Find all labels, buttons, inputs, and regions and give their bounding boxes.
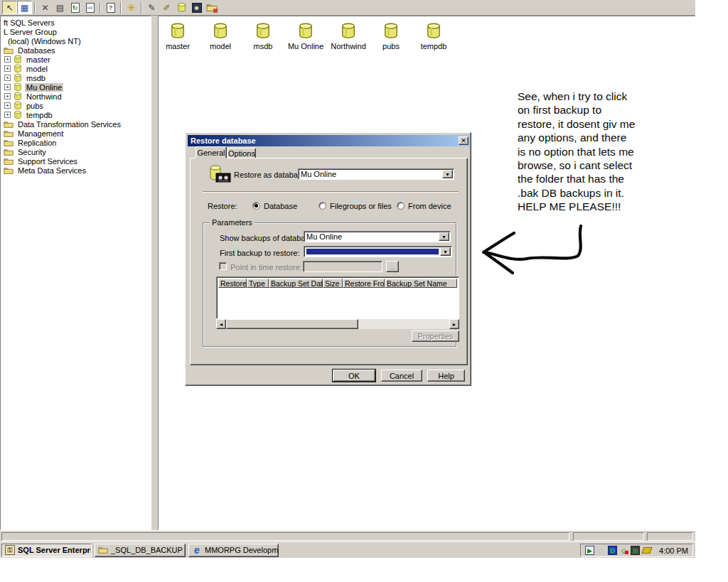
tray-icon-swirl[interactable]: ◌ xyxy=(596,546,606,555)
tree-item-master[interactable]: +master xyxy=(1,55,151,64)
cancel-button[interactable]: Cancel xyxy=(381,370,422,382)
help-button[interactable]: Help xyxy=(427,370,465,382)
database-icon xyxy=(14,110,22,119)
display-tray-icon[interactable]: ))) xyxy=(631,546,640,555)
chevron-down-icon[interactable]: ▼ xyxy=(439,232,449,241)
column-header-restore-from[interactable]: Restore From xyxy=(343,279,385,288)
column-header-type[interactable]: Type xyxy=(247,279,269,288)
browse-button[interactable]: ... xyxy=(386,261,399,272)
messenger-tray-icon[interactable]: ☺ xyxy=(619,546,628,555)
properties-button[interactable]: Properties xyxy=(412,330,459,342)
tray-icon-gold[interactable] xyxy=(642,546,651,555)
expander-icon[interactable]: + xyxy=(4,56,11,63)
tree-item-msdb[interactable]: +msdb xyxy=(1,73,151,82)
up-one-level-icon[interactable]: ↖ xyxy=(2,1,17,14)
export-list-icon[interactable]: ⇨ xyxy=(82,1,97,14)
tree-item-security[interactable]: Security xyxy=(1,147,151,156)
taskbar-button-sql-db-backup-folder[interactable]: _SQL_DB_BACKUP xyxy=(95,544,186,557)
taskbar-button-mmorpg-forum[interactable]: e MMORPG Development F... xyxy=(188,544,279,557)
column-header-restore[interactable]: Restore xyxy=(218,279,247,288)
database-item-mu-online[interactable]: Mu Online xyxy=(287,22,325,50)
database-item-model[interactable]: model xyxy=(201,22,240,50)
point-in-time-field[interactable] xyxy=(303,261,382,272)
show-backups-combobox[interactable]: Mu Online ▼ xyxy=(304,231,451,242)
tree-item-pubs[interactable]: +pubs xyxy=(1,101,151,110)
tab-options[interactable]: Options xyxy=(228,148,256,158)
expander-icon[interactable]: + xyxy=(4,112,11,118)
sql-server-icon: ⚿ xyxy=(5,545,15,555)
selected-empty-value xyxy=(306,248,439,255)
column-header-size[interactable]: Size xyxy=(323,279,343,288)
taskbar-button-enterprise-manager[interactable]: ⚿ SQL Server Enterprise... xyxy=(1,544,92,557)
scroll-left-icon[interactable]: ◄ xyxy=(216,319,226,329)
tree-item-mu-online[interactable]: +Mu Online xyxy=(1,82,151,92)
dialog-titlebar[interactable]: Restore database ✕ xyxy=(188,135,470,146)
tray-icon-d[interactable]: D xyxy=(608,546,617,555)
expander-icon[interactable]: + xyxy=(4,84,11,90)
expander-icon[interactable]: + xyxy=(4,75,11,81)
radio-database[interactable] xyxy=(252,202,260,210)
column-header-backup-set-name[interactable]: Backup Set Name xyxy=(385,279,457,288)
database-icon xyxy=(14,55,22,64)
refresh-icon[interactable]: ↻ xyxy=(68,1,82,14)
tree-item-server-group[interactable]: L Server Group xyxy=(1,27,151,36)
database-icon[interactable] xyxy=(174,1,189,14)
tree-item-local-server[interactable]: (local) (Windows NT) xyxy=(1,36,151,45)
expander-icon[interactable]: + xyxy=(4,93,11,99)
folder-icon xyxy=(4,166,14,175)
scroll-right-icon[interactable]: ► xyxy=(449,319,459,329)
expander-icon[interactable]: + xyxy=(4,65,11,72)
tree-item-dts[interactable]: Data Transformation Services xyxy=(1,119,151,129)
database-item-tempdb[interactable]: tempdb xyxy=(414,22,453,50)
delete-icon[interactable]: ✕ xyxy=(38,1,53,14)
database-icon xyxy=(426,22,441,40)
database-item-northwind[interactable]: Northwind xyxy=(329,22,368,50)
annotation-text: See, when i try to click on first backup… xyxy=(518,90,695,214)
status-panel xyxy=(647,532,693,541)
toolbar-separator xyxy=(120,2,122,14)
radio-filegroups[interactable] xyxy=(318,202,326,210)
tree-item-databases[interactable]: Databases xyxy=(1,45,151,55)
database-item-master[interactable]: master xyxy=(159,22,197,50)
database-item-msdb[interactable]: msdb xyxy=(244,22,282,50)
help-icon[interactable]: ? xyxy=(103,1,118,14)
tab-general[interactable]: General xyxy=(196,146,227,158)
restore-as-combobox[interactable]: Mu Online ▼ xyxy=(298,168,454,180)
security-user-icon[interactable]: ☻ xyxy=(189,1,204,14)
chevron-down-icon[interactable]: ▼ xyxy=(440,247,451,256)
pane-splitter[interactable] xyxy=(151,16,158,530)
show-hide-console-tree-icon[interactable]: ▦ xyxy=(17,1,32,14)
register-server-icon[interactable]: ✎ xyxy=(144,1,159,14)
tree-item-tempdb[interactable]: +tempdb xyxy=(1,110,151,119)
chevron-down-icon[interactable]: ▼ xyxy=(442,170,453,178)
properties-icon[interactable]: ▤ xyxy=(53,1,68,14)
point-in-time-checkbox[interactable] xyxy=(219,262,227,270)
tree-item-support-services[interactable]: Support Services xyxy=(1,156,151,166)
tree-item-northwind[interactable]: +Northwind xyxy=(1,92,151,101)
first-backup-combobox[interactable]: ▼ xyxy=(304,246,452,257)
database-icon xyxy=(14,64,22,73)
new-table-folder-icon[interactable]: ▦ xyxy=(204,1,219,14)
wizard-icon[interactable]: ✳ xyxy=(124,1,139,14)
database-item-pubs[interactable]: pubs xyxy=(372,22,410,50)
ok-button[interactable]: OK xyxy=(333,370,375,382)
tree-item-meta-data-services[interactable]: Meta Data Services xyxy=(1,166,151,175)
tree-item-management[interactable]: Management xyxy=(1,129,151,138)
separator xyxy=(203,191,459,193)
scrollbar-track[interactable] xyxy=(226,319,449,329)
database-icon xyxy=(14,92,22,101)
folder-icon xyxy=(4,139,14,147)
tree-item-model[interactable]: +model xyxy=(1,64,151,73)
column-header-backup-set-date[interactable]: Backup Set Date xyxy=(269,279,323,288)
media-player-tray-icon[interactable]: ▶ xyxy=(585,546,594,555)
annotation-arrow xyxy=(469,213,597,284)
close-icon[interactable]: ✕ xyxy=(459,136,469,145)
radio-from-device-label: From device xyxy=(408,202,451,210)
tree-item-sql-servers[interactable]: ft SQL Servers xyxy=(1,18,151,27)
scrollbar-thumb[interactable] xyxy=(226,319,358,329)
expander-icon[interactable]: + xyxy=(4,102,11,109)
tree-item-replication[interactable]: Replication xyxy=(1,138,151,147)
run-query-tool-icon[interactable]: ✐ xyxy=(159,1,174,14)
radio-from-device[interactable] xyxy=(397,202,405,210)
toolbar-separator xyxy=(141,2,142,14)
